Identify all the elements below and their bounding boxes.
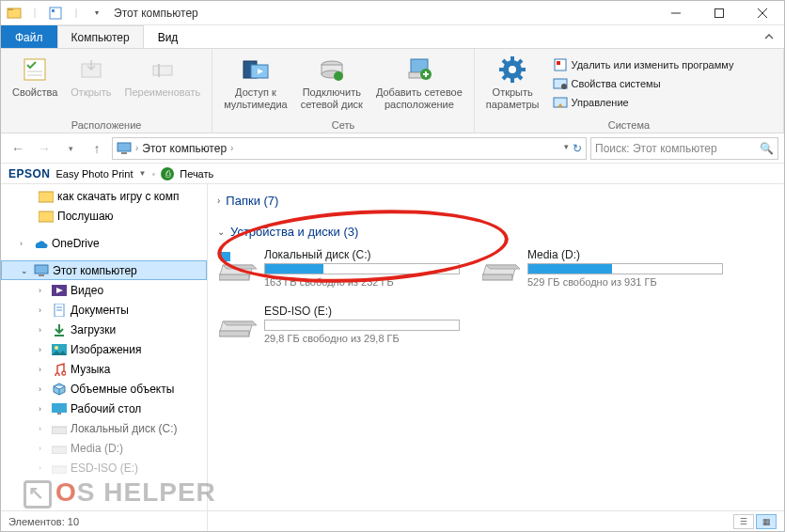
ribbon-tabs: Файл Компьютер Вид — [1, 25, 784, 49]
content-pane[interactable]: › Папки (7) ⌄ Устройства и диски (3) Лок… — [208, 184, 784, 532]
epson-logo: EPSON — [8, 167, 51, 180]
tree-drive-e[interactable]: ›ESD-ISO (E:) — [1, 458, 207, 477]
desktop-icon — [52, 401, 67, 416]
svg-rect-63 — [219, 274, 249, 280]
svg-line-35 — [503, 75, 507, 79]
tree-music[interactable]: ›Музыка — [1, 359, 207, 379]
properties-button[interactable]: Свойства — [8, 53, 61, 117]
tree-mediad-label: Media (D:) — [71, 442, 123, 455]
tree-pictures[interactable]: ›Изображения — [1, 339, 207, 359]
tree-this-pc[interactable]: ⌄ Этот компьютер — [1, 260, 207, 280]
epson-print-label[interactable]: Печать — [180, 168, 213, 180]
chevron-down-icon: ⌄ — [217, 227, 225, 237]
tab-view-label: Вид — [158, 31, 179, 44]
dropdown-icon[interactable]: ▼ — [138, 169, 146, 178]
tree-folder-1[interactable]: как скачать игру с комп — [1, 186, 207, 206]
drive-item[interactable]: ESD-ISO (E:)29,8 ГБ свободно из 29,8 ГБ — [217, 301, 462, 348]
qat-dropdown-icon[interactable]: ▾ — [89, 6, 104, 21]
forward-button[interactable]: → — [33, 137, 55, 160]
drive-usage-bar — [527, 263, 723, 274]
epson-app-label[interactable]: Easy Photo Print — [56, 168, 133, 180]
media-access-button[interactable]: Доступ к мультимедиа — [220, 53, 291, 117]
drive-name: Локальный диск (C:) — [264, 248, 460, 261]
svg-rect-43 — [39, 192, 54, 202]
recent-dropdown[interactable]: ▾ — [59, 137, 82, 160]
system-props-button[interactable]: Свойства системы — [549, 75, 738, 92]
minimize-button[interactable] — [654, 1, 698, 25]
drive-item[interactable]: Media (D:)529 ГБ свободно из 931 ГБ — [480, 244, 725, 291]
chevron-right-icon-2: › — [230, 143, 233, 153]
search-placeholder: Поиск: Этот компьютер — [595, 142, 756, 155]
group-network-label: Сеть — [220, 117, 466, 131]
svg-marker-65 — [486, 265, 520, 269]
svg-rect-55 — [52, 403, 67, 413]
svg-rect-57 — [52, 427, 67, 434]
addr-dropdown-icon[interactable]: ▾ — [564, 142, 569, 155]
tab-file[interactable]: Файл — [1, 25, 57, 48]
tree-documents[interactable]: ›Документы — [1, 300, 207, 320]
svg-line-32 — [503, 60, 507, 64]
folders-group-header[interactable]: › Папки (7) — [217, 190, 775, 213]
tree-desktop-label: Рабочий стол — [71, 402, 141, 415]
ribbon-collapse-button[interactable] — [754, 25, 784, 48]
svg-rect-46 — [39, 274, 44, 276]
search-box[interactable]: Поиск: Этот компьютер 🔍 — [590, 137, 778, 160]
window-title: Этот компьютер — [114, 7, 198, 20]
downloads-icon — [52, 322, 67, 337]
svg-marker-68 — [223, 321, 257, 325]
expand-icon[interactable]: › — [20, 239, 29, 248]
tiles-view-button[interactable]: ▦ — [756, 514, 777, 529]
tree-thispc-label: Этот компьютер — [53, 264, 137, 277]
tree-music-label: Музыка — [71, 363, 110, 376]
refresh-button[interactable]: ↻ — [573, 142, 582, 155]
group-system-label: Система — [482, 117, 776, 131]
svg-line-34 — [518, 60, 522, 64]
tree-drive-c[interactable]: ›Локальный диск (C:) — [1, 418, 207, 438]
tree-3dobjects[interactable]: ›Объемные объекты — [1, 379, 207, 399]
drive-item[interactable]: Локальный диск (C:)163 ГБ свободно из 23… — [217, 244, 462, 291]
drives-group-header[interactable]: ⌄ Устройства и диски (3) — [217, 221, 775, 244]
tab-computer[interactable]: Компьютер — [57, 25, 144, 48]
details-view-button[interactable]: ☰ — [733, 514, 754, 529]
hdd-icon — [219, 252, 257, 278]
sysprops-icon — [553, 76, 568, 91]
tab-view[interactable]: Вид — [144, 25, 193, 48]
tab-computer-label: Компьютер — [71, 31, 130, 44]
nav-tree[interactable]: как скачать игру с комп Послушаю › OneDr… — [1, 184, 208, 532]
svg-point-27 — [509, 66, 516, 73]
quick-access-toolbar: | | ▾ — [1, 6, 110, 21]
drive-usage-bar — [264, 320, 460, 331]
manage-button[interactable]: Управление — [549, 94, 738, 111]
collapse-icon[interactable]: ⌄ — [21, 266, 30, 275]
address-bar[interactable]: › Этот компьютер › ▾ ↻ — [112, 137, 587, 160]
media-icon — [241, 55, 271, 85]
navbar: ← → ▾ ↑ › Этот компьютер › ▾ ↻ Поиск: Эт… — [1, 133, 784, 164]
properties-qat-icon[interactable] — [48, 6, 63, 21]
open-button: Открыть — [67, 53, 115, 117]
up-button[interactable]: ↑ — [86, 137, 108, 160]
epson-toolbar: EPSON Easy Photo Print ▼ • ⎙ Печать — [1, 164, 784, 184]
checklist-icon — [20, 55, 50, 85]
map-drive-button[interactable]: Подключить сетевой диск — [297, 53, 367, 117]
uninstall-button[interactable]: Удалить или изменить программу — [549, 56, 738, 73]
manage-icon — [553, 95, 568, 110]
tree-downloads[interactable]: ›Загрузки — [1, 320, 207, 339]
back-button[interactable]: ← — [7, 137, 29, 160]
close-button[interactable] — [741, 1, 784, 25]
tree-desktop[interactable]: ›Рабочий стол — [1, 399, 207, 418]
tree-video[interactable]: ›Видео — [1, 280, 207, 300]
manage-label: Управление — [572, 97, 629, 108]
add-network-location-button[interactable]: Добавить сетевое расположение — [372, 53, 466, 117]
tree-drive-d[interactable]: ›Media (D:) — [1, 438, 207, 458]
drive-name: ESD-ISO (E:) — [264, 305, 460, 318]
svg-rect-69 — [219, 331, 249, 336]
maximize-button[interactable] — [698, 1, 741, 25]
status-bar: Элементов: 10 ☰ ▦ — [1, 510, 784, 531]
open-settings-button[interactable]: Открыть параметры — [482, 53, 543, 117]
ribbon-group-system: Открыть параметры Удалить или изменить п… — [475, 49, 784, 133]
tree-folder-2[interactable]: Послушаю — [1, 206, 207, 226]
titlebar: | | ▾ Этот компьютер — [1, 1, 784, 25]
breadcrumb-root[interactable]: Этот компьютер — [142, 142, 227, 155]
svg-rect-12 — [153, 66, 172, 75]
tree-onedrive[interactable]: › OneDrive — [1, 233, 207, 253]
